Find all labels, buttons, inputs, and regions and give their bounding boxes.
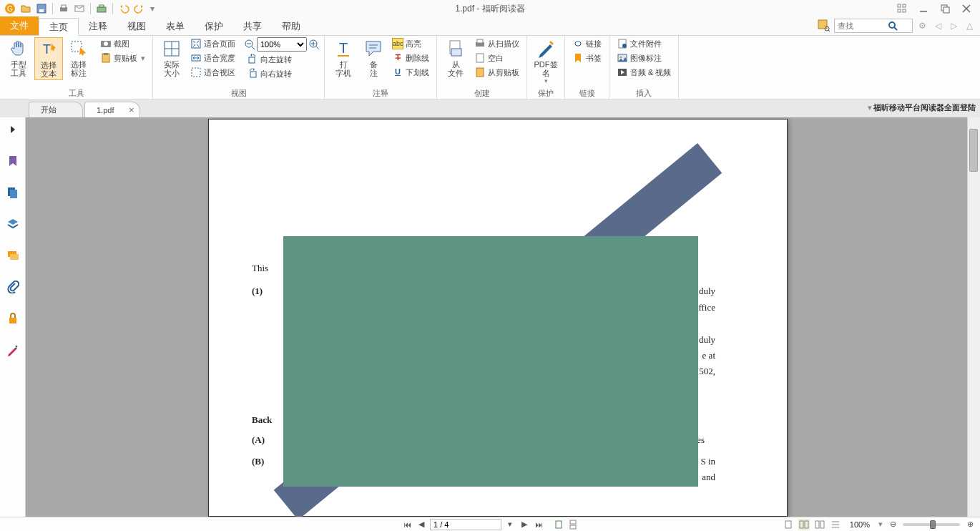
snapshot-button[interactable]: 截图 — [97, 37, 148, 50]
menu-tab-help[interactable]: 帮助 — [272, 17, 310, 35]
menu-tab-protect[interactable]: 保护 — [195, 17, 233, 35]
zoom-in-icon[interactable] — [308, 39, 320, 50]
highlight-button[interactable]: abc高亮 — [389, 37, 432, 50]
maximize-button[interactable] — [937, 1, 953, 16]
layout-continuous-icon[interactable] — [567, 519, 579, 530]
security-panel-icon[interactable] — [5, 311, 21, 326]
view-mode-1-icon[interactable] — [783, 519, 794, 530]
ribbon-collapse-icon[interactable]: △ — [963, 19, 976, 32]
bookmark-button[interactable]: 书签 — [569, 52, 604, 64]
svg-text:T: T — [43, 42, 51, 57]
open-icon[interactable] — [19, 1, 33, 16]
svg-rect-72 — [820, 521, 824, 528]
zoom-slider[interactable] — [903, 523, 960, 526]
fit-width-button[interactable]: 适合宽度 — [187, 52, 238, 64]
page-dropdown-button[interactable]: ▾ — [504, 519, 516, 530]
from-scanner-button[interactable]: 从扫描仪 — [471, 37, 522, 50]
menu-tab-comment[interactable]: 注释 — [79, 17, 117, 35]
zoom-out-icon[interactable] — [244, 39, 255, 50]
note-button[interactable]: 备注 — [359, 37, 388, 79]
ribbon-options-icon[interactable] — [894, 1, 910, 16]
view-mode-2-icon[interactable] — [798, 519, 810, 530]
redo-button[interactable] — [132, 1, 147, 16]
vertical-scrollbar[interactable] — [967, 117, 980, 517]
file-attachment-button[interactable]: 文件附件 — [614, 37, 674, 50]
svg-rect-11 — [898, 9, 901, 12]
select-text-button[interactable]: T 选择文本 — [34, 37, 63, 80]
from-file-button[interactable]: 从文件 — [441, 37, 470, 79]
svg-rect-28 — [104, 53, 108, 55]
zoom-level-select[interactable]: 100% — [257, 37, 307, 52]
signatures-panel-icon[interactable] — [5, 342, 21, 358]
close-tab-icon[interactable]: × — [129, 104, 134, 115]
next-page-button[interactable]: ▶ — [519, 519, 530, 530]
close-button[interactable] — [959, 1, 974, 16]
blank-page-button[interactable]: 空白 — [471, 52, 522, 64]
from-clipboard-button[interactable]: 从剪贴板 — [471, 66, 522, 79]
search-box[interactable] — [834, 19, 913, 33]
first-page-button[interactable]: ⏮ — [401, 519, 413, 530]
navigation-panel — [0, 117, 26, 517]
print-icon[interactable] — [57, 1, 71, 16]
select-annotation-button[interactable]: 选择标注 — [64, 37, 93, 79]
save-icon[interactable] — [34, 1, 49, 16]
menu-tab-home[interactable]: 主页 — [39, 18, 79, 36]
undo-button[interactable] — [117, 1, 131, 16]
toolbox-icon[interactable] — [94, 1, 109, 16]
camera-icon — [100, 38, 112, 49]
expand-panel-icon[interactable] — [5, 122, 21, 137]
fit-page-button[interactable]: 适合页面 — [187, 37, 238, 50]
rotate-left-button[interactable]: 向左旋转 — [244, 53, 320, 66]
file-menu-button[interactable]: 文件 — [0, 16, 39, 35]
settings-gear-icon[interactable]: ⚙ — [916, 19, 928, 32]
rotate-right-button[interactable]: 向右旋转 — [244, 67, 320, 80]
fit-visible-button[interactable]: 适合视区 — [187, 66, 238, 79]
svg-rect-71 — [815, 521, 819, 528]
email-icon[interactable] — [72, 1, 87, 16]
page-number-input[interactable] — [430, 519, 501, 530]
search-input[interactable] — [838, 21, 888, 30]
zoom-slider-knob[interactable] — [930, 520, 936, 529]
view-mode-3-icon[interactable] — [814, 519, 825, 530]
actual-size-button[interactable]: 实际大小 — [157, 37, 186, 79]
qat-dropdown-icon[interactable]: ▾ — [148, 1, 157, 16]
menu-tab-form[interactable]: 表单 — [156, 17, 195, 35]
clipboard-button[interactable]: 剪贴板▾ — [97, 52, 148, 64]
doc-tab-file[interactable]: 1.pdf× — [84, 102, 140, 117]
link-button[interactable]: 链接 — [569, 37, 604, 50]
nav-next-icon[interactable]: ▷ — [947, 19, 960, 32]
svg-rect-69 — [800, 521, 803, 528]
underline-button[interactable]: U下划线 — [389, 66, 432, 79]
view-mode-4-icon[interactable] — [830, 519, 841, 530]
rotate-left-icon — [247, 54, 258, 65]
minimize-button[interactable] — [916, 1, 931, 16]
typewriter-button[interactable]: T 打字机 — [329, 37, 358, 79]
zoom-out-button[interactable]: ⊖ — [887, 519, 898, 530]
promo-banner[interactable]: ▾福昕移动平台阅读器全面登陆 — [868, 102, 976, 113]
scrollbar-thumb[interactable] — [969, 129, 978, 172]
zoom-in-button[interactable]: ⊕ — [964, 519, 976, 530]
menu-tab-view[interactable]: 视图 — [117, 17, 156, 35]
fit-page-icon — [190, 38, 202, 49]
hand-tool-button[interactable]: 手型工具 — [4, 37, 33, 79]
menu-tab-share[interactable]: 共享 — [233, 17, 272, 35]
bookmarks-panel-icon[interactable] — [5, 153, 21, 169]
attachments-panel-icon[interactable] — [5, 279, 21, 295]
nav-prev-icon[interactable]: ◁ — [931, 19, 944, 32]
doc-tab-start[interactable]: 开始 — [29, 102, 83, 117]
last-page-button[interactable]: ⏭ — [533, 519, 544, 530]
pages-panel-icon[interactable] — [5, 185, 21, 200]
layout-single-icon[interactable] — [553, 519, 564, 530]
image-annotation-button[interactable]: 图像标注 — [614, 52, 674, 64]
audio-video-button[interactable]: 音频 & 视频 — [614, 66, 674, 79]
strikeout-icon: T̶ — [392, 52, 403, 64]
search-highlight-icon[interactable] — [817, 19, 831, 33]
comments-panel-icon[interactable] — [5, 248, 21, 263]
layers-panel-icon[interactable] — [5, 216, 21, 232]
strikeout-button[interactable]: T̶删除线 — [389, 52, 432, 64]
search-icon[interactable] — [888, 21, 898, 31]
document-viewport[interactable]: This (1) duly ffice duly e at 502, Back … — [26, 117, 967, 517]
pdf-sign-button[interactable]: PDF签名 ▾ — [531, 37, 560, 86]
prev-page-button[interactable]: ◀ — [416, 519, 427, 530]
app-logo-icon[interactable]: G — [3, 1, 17, 16]
